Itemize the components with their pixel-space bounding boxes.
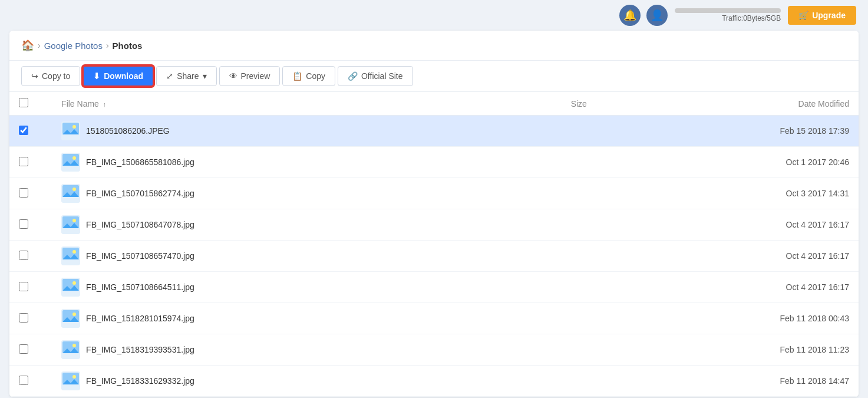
sort-icon: ↑ — [103, 101, 107, 108]
row-filename-text: FB_IMG_1507108657470.jpg — [86, 251, 194, 261]
header: 🔔 👤 Traffic:0Bytes/5GB 🛒 Upgrade — [0, 0, 868, 31]
breadcrumb-current: Photos — [113, 41, 143, 51]
row-filename-cell: FB_IMG_1507108657470.jpg — [52, 241, 562, 272]
file-table: File Name ↑ Size Date Modified 151805108… — [9, 92, 859, 397]
breadcrumb-sep-2: › — [106, 41, 109, 50]
file-thumbnail — [61, 153, 80, 172]
row-size-cell — [562, 147, 689, 178]
table-row[interactable]: 1518051086206.JPEGFeb 15 2018 17:39 — [9, 116, 859, 147]
official-site-button[interactable]: 🔗 Official Site — [338, 66, 413, 86]
row-checkbox-cell[interactable] — [9, 303, 52, 334]
col-filename-header[interactable]: File Name ↑ — [52, 92, 562, 116]
row-filename-cell: 1518051086206.JPEG — [52, 116, 562, 147]
row-date-cell: Feb 15 2018 17:39 — [689, 116, 859, 147]
svg-point-23 — [72, 281, 76, 285]
row-checkbox-cell[interactable] — [9, 334, 52, 366]
row-checkbox-cell[interactable] — [9, 147, 52, 178]
svg-point-15 — [72, 219, 76, 222]
svg-point-27 — [72, 313, 76, 316]
file-thumbnail — [61, 121, 80, 140]
row-filename-text: FB_IMG_1507108647078.jpg — [86, 220, 194, 229]
select-all-header[interactable] — [9, 92, 52, 116]
breadcrumb-sep-1: › — [38, 41, 41, 50]
svg-point-19 — [72, 250, 76, 254]
table-row[interactable]: FB_IMG_1518331629332.jpgFeb 11 2018 14:4… — [9, 366, 859, 397]
row-filename-cell: FB_IMG_1507015862774.jpg — [52, 178, 562, 209]
cart-icon: 🛒 — [798, 11, 808, 20]
row-checkbox[interactable] — [19, 282, 28, 291]
table-row[interactable]: FB_IMG_1506865581086.jpgOct 1 2017 20:46 — [9, 147, 859, 178]
row-size-cell — [562, 178, 689, 209]
table-row[interactable]: FB_IMG_1507108647078.jpgOct 4 2017 16:17 — [9, 209, 859, 241]
row-size-cell — [562, 241, 689, 272]
table-row[interactable]: FB_IMG_1518281015974.jpgFeb 11 2018 00:4… — [9, 303, 859, 334]
breadcrumb-google-photos[interactable]: Google Photos — [44, 41, 103, 51]
table-row[interactable]: FB_IMG_1507108657470.jpgOct 4 2017 16:17 — [9, 241, 859, 272]
row-size-cell — [562, 303, 689, 334]
breadcrumb: 🏠 › Google Photos › Photos — [9, 31, 859, 60]
row-filename-text: FB_IMG_1507108664511.jpg — [86, 282, 194, 292]
download-icon: ⬇ — [93, 71, 100, 81]
row-checkbox[interactable] — [19, 126, 28, 135]
row-filename-text: FB_IMG_1507015862774.jpg — [86, 189, 194, 198]
row-size-cell — [562, 116, 689, 147]
row-filename-cell: FB_IMG_1507108647078.jpg — [52, 209, 562, 241]
copy-to-icon: ↪ — [31, 71, 38, 81]
file-thumbnail — [61, 215, 80, 234]
table-row[interactable]: FB_IMG_1507015862774.jpgOct 3 2017 14:31 — [9, 178, 859, 209]
row-filename-cell: FB_IMG_1506865581086.jpg — [52, 147, 562, 178]
row-filename-text: FB_IMG_1506865581086.jpg — [86, 157, 194, 167]
row-checkbox[interactable] — [19, 188, 28, 198]
row-checkbox-cell[interactable] — [9, 272, 52, 303]
official-site-icon: 🔗 — [348, 71, 358, 81]
share-icon: ⤢ — [166, 71, 173, 81]
row-size-cell — [562, 366, 689, 397]
file-thumbnail — [61, 309, 80, 328]
row-checkbox-cell[interactable] — [9, 209, 52, 241]
share-button[interactable]: ⤢ Share ▾ — [156, 66, 216, 86]
row-checkbox-cell[interactable] — [9, 366, 52, 397]
copy-icon: 📋 — [292, 71, 302, 81]
row-date-cell: Feb 11 2018 00:43 — [689, 303, 859, 334]
file-thumbnail — [61, 278, 80, 297]
row-filename-text: FB_IMG_1518319393531.jpg — [86, 345, 194, 354]
row-checkbox[interactable] — [19, 344, 28, 354]
row-checkbox[interactable] — [19, 219, 28, 229]
row-filename-text: 1518051086206.JPEG — [86, 126, 170, 136]
row-checkbox[interactable] — [19, 313, 28, 323]
row-size-cell — [562, 272, 689, 303]
select-all-checkbox[interactable] — [19, 98, 28, 107]
header-icons: 🔔 👤 — [619, 5, 668, 26]
preview-button[interactable]: 👁 Preview — [219, 66, 280, 86]
row-size-cell — [562, 209, 689, 241]
table-header-row: File Name ↑ Size Date Modified — [9, 92, 859, 116]
row-checkbox-cell[interactable] — [9, 178, 52, 209]
file-thumbnail — [61, 371, 80, 390]
table-row[interactable]: FB_IMG_1507108664511.jpgOct 4 2017 16:17 — [9, 272, 859, 303]
row-checkbox-cell[interactable] — [9, 241, 52, 272]
svg-point-31 — [72, 344, 76, 347]
file-table-body: 1518051086206.JPEGFeb 15 2018 17:39 FB_I… — [9, 116, 859, 397]
row-checkbox[interactable] — [19, 157, 28, 166]
copy-button[interactable]: 📋 Copy — [282, 66, 335, 86]
svg-point-7 — [72, 156, 76, 160]
row-checkbox-cell[interactable] — [9, 116, 52, 147]
row-date-cell: Oct 4 2017 16:17 — [689, 241, 859, 272]
row-filename-text: FB_IMG_1518331629332.jpg — [86, 376, 194, 386]
notification-bell-icon[interactable]: 🔔 — [619, 5, 641, 26]
upgrade-button[interactable]: 🛒 Upgrade — [788, 6, 856, 25]
col-date-header[interactable]: Date Modified — [689, 92, 859, 116]
table-row[interactable]: FB_IMG_1518319393531.jpgFeb 11 2018 11:2… — [9, 334, 859, 366]
file-thumbnail — [61, 340, 80, 359]
row-date-cell: Oct 4 2017 16:17 — [689, 272, 859, 303]
row-checkbox[interactable] — [19, 251, 28, 260]
row-date-cell: Oct 3 2017 14:31 — [689, 178, 859, 209]
home-icon[interactable]: 🏠 — [21, 39, 34, 52]
row-checkbox[interactable] — [19, 376, 28, 385]
download-button[interactable]: ⬇ Download — [82, 65, 154, 87]
col-size-header[interactable]: Size — [562, 92, 689, 116]
user-avatar-icon[interactable]: 👤 — [646, 5, 668, 26]
copy-to-button[interactable]: ↪ Copy to — [21, 66, 80, 86]
content-area: 🏠 › Google Photos › Photos ↪ Copy to ⬇ D… — [9, 31, 859, 397]
toolbar: ↪ Copy to ⬇ Download ⤢ Share ▾ 👁 Preview… — [9, 60, 859, 92]
